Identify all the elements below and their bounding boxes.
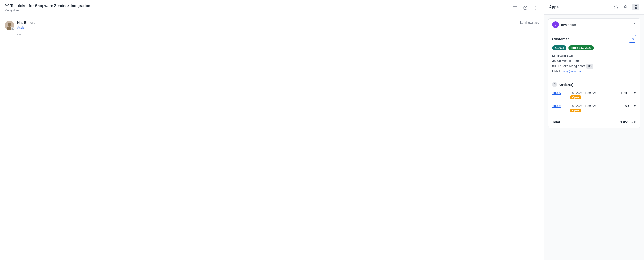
message-meta: Nils Ehnert 11 minutes ago (17, 21, 539, 25)
message-time: 11 minutes ago (520, 21, 539, 24)
avatar-container (5, 21, 14, 30)
sender-name: Nils Ehnert (17, 21, 35, 25)
customer-email-line: EMail: nick@tonic.de (552, 69, 636, 74)
refresh-icon (614, 5, 618, 10)
customer-info: Mr. Edwin Starr 35208 Miracle Forest 803… (552, 53, 636, 74)
profile-button[interactable] (622, 4, 629, 11)
customer-badges: #10003 since 15.2.2023 (552, 46, 636, 50)
order-details-2: 15.02.23 11:39 AM Open (570, 104, 625, 112)
customer-id-badge: #10003 (552, 46, 566, 50)
apps-content: 6 sw64 test ⌃ Customer #1 (544, 15, 644, 260)
message-body: Nils Ehnert 11 minutes ago Assign ... (17, 21, 539, 36)
svg-point-3 (536, 9, 536, 10)
apps-grid-button[interactable] (632, 4, 639, 11)
ticket-content: Nils Ehnert 11 minutes ago Assign ... (0, 16, 544, 260)
assign-link[interactable]: Assign (17, 26, 26, 29)
total-label: Total (552, 120, 560, 124)
refresh-button[interactable] (612, 4, 619, 11)
order-amount-2: 59,99 € (625, 104, 636, 108)
customer-since-badge: since 15.2.2023 (568, 46, 594, 50)
customer-name: Mr. Edwin Starr (552, 53, 636, 58)
app-number-badge: 6 (552, 22, 559, 28)
order-amount-1: 1.791,90 € (620, 91, 636, 95)
grid-dots-icon (634, 5, 637, 9)
message-row: Nils Ehnert 11 minutes ago Assign ... (5, 21, 539, 36)
order-status-1: Open (570, 96, 581, 99)
order-status-2: Open (570, 109, 581, 112)
filter-icon (512, 6, 517, 10)
svg-point-8 (12, 28, 13, 29)
more-button[interactable] (532, 5, 539, 11)
apps-header-actions (612, 4, 639, 11)
order-row-2: 10006 15.02.23 11:39 AM Open 59,99 € (552, 104, 636, 112)
svg-point-2 (536, 8, 536, 8)
orders-total: Total 1.851,89 € (552, 117, 636, 124)
ticket-title: *** Testticket for Shopware Zendesk Inte… (5, 4, 90, 8)
order-id-2[interactable]: 10006 (552, 104, 566, 108)
order-date-1: 15.02.23 11:39 AM (570, 91, 620, 95)
customer-section: Customer #10003 since 15.2.2023 Mr. Edwi… (548, 31, 640, 78)
user-badge-icon (11, 27, 14, 31)
customer-header: Customer (552, 35, 636, 43)
customer-address2-line: 80317 Lake Meggieport US (552, 64, 636, 69)
ticket-title-block: *** Testticket for Shopware Zendesk Inte… (5, 4, 90, 12)
link-icon (630, 37, 634, 41)
filter-button[interactable] (512, 5, 518, 11)
customer-country: US (586, 64, 593, 69)
avatar-badge (11, 27, 15, 31)
apps-header: Apps (544, 0, 644, 15)
total-amount: 1.851,89 € (620, 120, 636, 124)
customer-link-button[interactable] (628, 35, 636, 43)
order-id-1[interactable]: 10007 (552, 91, 566, 95)
orders-title: Order(s) (559, 83, 573, 87)
order-details-1: 15.02.23 11:39 AM Open (570, 91, 620, 99)
svg-point-9 (625, 6, 626, 7)
app-card-header[interactable]: 6 sw64 test ⌃ (548, 19, 640, 31)
svg-point-5 (8, 23, 11, 26)
message-dots: ... (17, 31, 539, 36)
orders-section: 2 Order(s) 10007 15.02.23 11:39 AM Open … (548, 78, 640, 128)
app-name: sw64 test (561, 23, 576, 27)
ticket-header-actions (512, 5, 539, 11)
sw64-app-card: 6 sw64 test ⌃ Customer #1 (548, 18, 640, 128)
orders-count: 2 (552, 82, 558, 87)
app-card-header-left: 6 sw64 test (552, 22, 576, 28)
history-icon (523, 6, 528, 10)
app-collapse-icon: ⌃ (632, 22, 636, 27)
order-row-1: 10007 15.02.23 11:39 AM Open 1.791,90 € (552, 91, 636, 99)
customer-address2: 80317 Lake Meggieport (552, 64, 585, 68)
svg-point-1 (536, 6, 536, 7)
history-button[interactable] (522, 5, 529, 11)
left-panel: *** Testticket for Shopware Zendesk Inte… (0, 0, 544, 260)
ticket-subtitle: Via system (5, 9, 90, 12)
apps-title: Apps (549, 5, 558, 9)
order-date-2: 15.02.23 11:39 AM (570, 104, 625, 108)
customer-section-title: Customer (552, 37, 569, 41)
customer-address1: 35208 Miracle Forest (552, 58, 636, 64)
right-panel: Apps (544, 0, 644, 260)
customer-email-link[interactable]: nick@tonic.de (562, 70, 581, 73)
more-icon (534, 6, 538, 10)
user-icon (623, 5, 628, 10)
orders-header: 2 Order(s) (552, 82, 636, 87)
ticket-header: *** Testticket for Shopware Zendesk Inte… (0, 0, 544, 16)
customer-email-label: EMail: (552, 70, 561, 73)
